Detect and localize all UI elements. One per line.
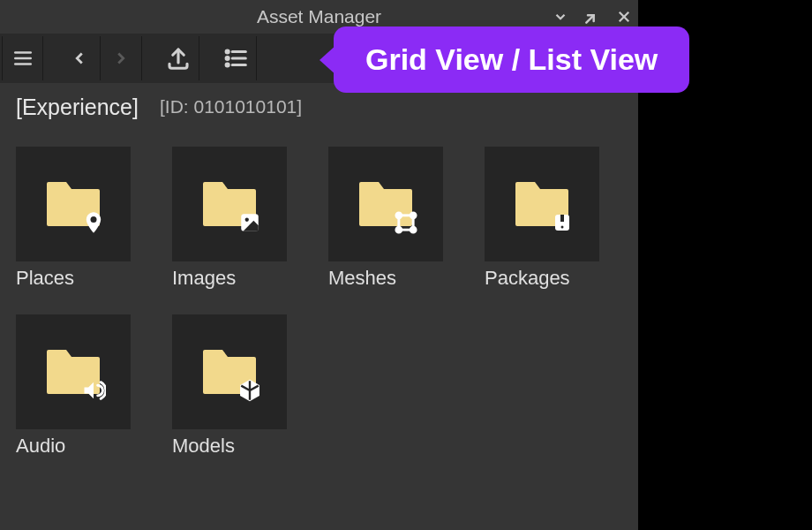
view-toggle-button[interactable] [215, 36, 257, 80]
nav-forward-button[interactable] [101, 36, 142, 80]
folder-audio[interactable]: Audio [16, 314, 131, 458]
folder-tile [328, 147, 443, 261]
nav-back-button[interactable] [59, 36, 101, 80]
svg-point-7 [226, 50, 229, 53]
pin-icon [81, 210, 106, 235]
upload-button[interactable] [158, 36, 199, 80]
folder-tile [172, 147, 287, 261]
folder-tile [172, 314, 287, 429]
folder-images[interactable]: Images [172, 147, 287, 290]
package-icon [550, 210, 575, 235]
menu-button[interactable] [2, 36, 43, 80]
folder-tile [16, 314, 131, 429]
callout-tooltip: Grid View / List View [334, 26, 689, 93]
close-icon[interactable] [613, 6, 635, 27]
svg-rect-25 [560, 215, 564, 222]
breadcrumb-id: [ID: 0101010101] [160, 96, 302, 117]
folder-tile [16, 147, 131, 261]
svg-point-11 [226, 64, 229, 66]
hamburger-icon [11, 47, 34, 70]
folder-label: Packages [485, 267, 599, 290]
folder-grid: Places Images Meshes [0, 131, 638, 473]
folder-packages[interactable]: Packages [485, 147, 599, 290]
audio-icon [81, 378, 106, 403]
folder-label: Audio [16, 435, 131, 458]
folder-tile [485, 147, 599, 261]
chevron-left-icon [70, 49, 89, 68]
folder-label: Images [172, 267, 287, 290]
svg-point-9 [226, 57, 229, 60]
model-icon [237, 378, 262, 403]
svg-point-26 [561, 226, 564, 229]
svg-point-13 [91, 216, 97, 223]
upload-icon [165, 45, 192, 72]
undock-icon[interactable] [582, 6, 603, 27]
folder-label: Meshes [328, 267, 443, 290]
chevron-down-icon[interactable] [550, 6, 571, 27]
chevron-right-icon [111, 49, 131, 68]
folder-models[interactable]: Models [172, 314, 287, 458]
folder-places[interactable]: Places [16, 147, 131, 290]
image-icon [237, 210, 262, 235]
callout-text: Grid View / List View [365, 42, 658, 77]
folder-meshes[interactable]: Meshes [328, 147, 443, 290]
mesh-icon [394, 210, 418, 235]
callout-arrow-icon [320, 44, 337, 76]
asset-manager-panel: Asset Manager [0, 0, 638, 530]
folder-label: Places [16, 267, 131, 290]
svg-point-15 [245, 218, 249, 222]
breadcrumb-experience[interactable]: [Experience] [16, 95, 139, 120]
window-title: Asset Manager [257, 6, 381, 27]
folder-label: Models [172, 435, 287, 458]
list-view-icon [222, 45, 249, 72]
